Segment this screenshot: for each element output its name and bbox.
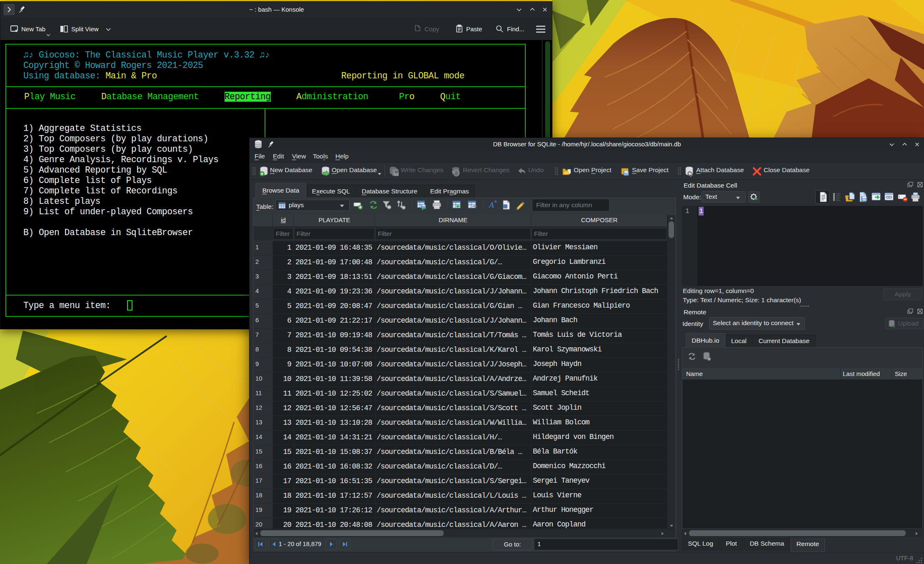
svg-text:A: A <box>489 201 494 209</box>
